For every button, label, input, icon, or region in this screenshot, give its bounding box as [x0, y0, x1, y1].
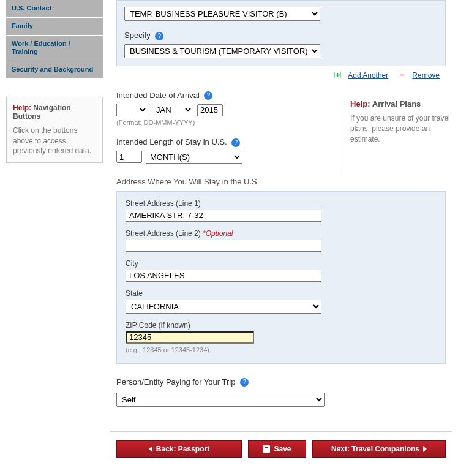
arrival-month-select[interactable]: JAN	[152, 104, 193, 116]
state-select[interactable]: CALIFORNIA	[126, 300, 321, 314]
zip-input[interactable]	[126, 331, 254, 344]
arrival-year-input[interactable]	[197, 104, 223, 116]
minus-icon	[399, 72, 405, 78]
arrival-label: Intended Date of Arrival ?	[116, 91, 446, 100]
city-input[interactable]	[126, 270, 321, 282]
add-another-link[interactable]: Add Another	[348, 71, 388, 80]
arrival-help-sidebar: Help: Arrival Plans If you are unsure of…	[350, 99, 451, 144]
specify-select[interactable]: BUSINESS & TOURISM (TEMPORARY VISITOR) (…	[124, 44, 320, 58]
help-sidebar-prefix: Help:	[350, 99, 370, 108]
sidebar-item-family[interactable]: Family	[6, 17, 103, 35]
sidebar-item-work-education[interactable]: Work / Education / Training	[6, 35, 103, 61]
back-button[interactable]: Back: Passport	[116, 440, 242, 458]
street1-label: Street Address (Line 1)	[126, 199, 437, 208]
address-panel: Street Address (Line 1) Street Address (…	[116, 191, 446, 364]
add-remove-row: Add Another Remove	[116, 66, 446, 80]
help-icon[interactable]: ?	[155, 32, 163, 40]
next-button[interactable]: Next: Travel Companions	[312, 440, 446, 458]
sidebar-item-us-contact[interactable]: U.S. Contact	[6, 0, 103, 17]
payer-select[interactable]: Self	[116, 393, 325, 407]
chevron-right-icon	[423, 446, 427, 452]
state-label: State	[126, 289, 437, 298]
nav-help-text: Click on the buttons above to access pre…	[13, 126, 96, 156]
sidebar-item-security[interactable]: Security and Background	[6, 61, 103, 78]
zip-label: ZIP Code (if known)	[126, 321, 437, 330]
stay-length-input[interactable]	[116, 151, 142, 163]
help-icon[interactable]: ?	[231, 138, 240, 147]
street2-input[interactable]	[126, 240, 321, 252]
nav-help-box: Help: Navigation Buttons Click on the bu…	[6, 97, 103, 163]
plus-icon	[334, 72, 341, 78]
save-button[interactable]: Save	[248, 440, 306, 458]
street2-label: Street Address (Line 2) *Optional	[126, 229, 437, 238]
stay-unit-select[interactable]: MONTH(S)	[146, 151, 242, 164]
purpose-panel: TEMP. BUSINESS PLEASURE VISITOR (B) Spec…	[116, 0, 446, 66]
save-icon	[263, 445, 270, 453]
nav-help-prefix: Help:	[13, 104, 31, 112]
zip-hint: (e.g., 12345 or 12345-1234)	[126, 346, 437, 353]
help-sidebar-text: If you are unsure of your travel plans, …	[350, 113, 451, 144]
help-icon[interactable]: ?	[240, 378, 249, 387]
remove-link[interactable]: Remove	[412, 71, 440, 80]
arrival-day-select[interactable]	[116, 104, 148, 116]
specify-label: Specify ?	[124, 31, 438, 40]
street1-input[interactable]	[126, 210, 321, 222]
chevron-left-icon	[149, 446, 152, 452]
city-label: City	[126, 259, 437, 268]
help-sidebar-title: Arrival Plans	[372, 99, 421, 108]
payer-label: Person/Entity Paying for Your Trip ?	[116, 377, 446, 387]
purpose-select[interactable]: TEMP. BUSINESS PLEASURE VISITOR (B)	[124, 7, 320, 21]
address-title: Address Where You Will Stay in the U.S.	[116, 177, 446, 186]
help-icon[interactable]: ?	[204, 91, 212, 100]
